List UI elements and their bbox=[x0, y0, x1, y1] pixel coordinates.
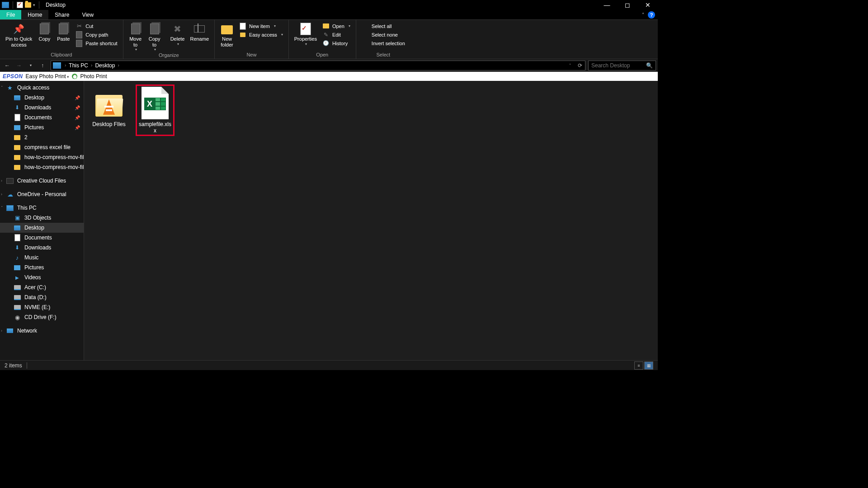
paste-shortcut-button[interactable]: Paste shortcut bbox=[73, 39, 120, 47]
qat-dropdown-icon[interactable]: ▾ bbox=[33, 3, 35, 7]
group-label: New bbox=[217, 52, 286, 58]
refresh-button[interactable]: ⟳ bbox=[575, 61, 585, 70]
sidebar-item-documents[interactable]: Documents📌 bbox=[0, 113, 84, 122]
close-button[interactable]: ✕ bbox=[637, 0, 658, 10]
onedrive-icon bbox=[6, 191, 14, 198]
breadcrumb[interactable]: › This PC › Desktop › ˅ ⟳ bbox=[51, 61, 585, 70]
collapse-ribbon-icon[interactable]: ˄ bbox=[642, 12, 644, 17]
chevron-right-icon[interactable]: › bbox=[63, 63, 68, 68]
select-none-button[interactable]: Select none bbox=[359, 30, 408, 39]
epson-easy-photo-print[interactable]: Easy Photo Print bbox=[26, 73, 70, 80]
cd-icon bbox=[14, 314, 21, 321]
sidebar-item-pc-downloads[interactable]: Downloads bbox=[0, 243, 84, 253]
desktop-icon bbox=[14, 224, 21, 231]
invert-selection-button[interactable]: Invert selection bbox=[359, 39, 408, 47]
paste-button[interactable]: Paste bbox=[54, 21, 73, 43]
file-item-folder[interactable]: Desktop FIles bbox=[90, 84, 128, 130]
forward-button[interactable]: → bbox=[14, 60, 24, 71]
view-details-button[interactable]: ≡ bbox=[634, 361, 643, 370]
sidebar-item-downloads[interactable]: Downloads📌 bbox=[0, 103, 84, 113]
cut-button[interactable]: Cut bbox=[73, 22, 120, 30]
sidebar-item-pc-documents[interactable]: Documents bbox=[0, 233, 84, 243]
tab-view[interactable]: View bbox=[75, 10, 100, 19]
sidebar-item-cd-drive[interactable]: CD Drive (F:) bbox=[0, 312, 84, 322]
help-icon[interactable]: ? bbox=[648, 11, 655, 19]
epson-photo-print[interactable]: Photo Print bbox=[80, 73, 107, 80]
sidebar-item-compress-excel[interactable]: compress excel file bbox=[0, 142, 84, 152]
sidebar-item-label: Downloads bbox=[24, 104, 51, 111]
edit-button[interactable]: Edit bbox=[320, 30, 353, 39]
history-button[interactable]: History bbox=[320, 39, 353, 47]
folder-icon bbox=[14, 144, 21, 151]
window-title: Desktop bbox=[46, 2, 66, 8]
ribbon-group-new: New folder New item Easy access New bbox=[215, 20, 289, 59]
sidebar-item-acer-c[interactable]: Acer (C:) bbox=[0, 282, 84, 292]
downloads-icon bbox=[14, 244, 21, 251]
sidebar-item-pictures[interactable]: Pictures📌 bbox=[0, 122, 84, 132]
sidebar-item-music[interactable]: Music bbox=[0, 253, 84, 263]
sidebar-item-nvme-e[interactable]: NVME (E:) bbox=[0, 302, 84, 312]
sidebar-item-mov2[interactable]: how-to-compress-mov-file bbox=[0, 162, 84, 172]
sidebar-item-3d-objects[interactable]: 3D Objects bbox=[0, 213, 84, 223]
navigation-pane[interactable]: ˅Quick access Desktop📌 Downloads📌 Docume… bbox=[0, 81, 84, 360]
qat-newfolder-icon[interactable] bbox=[25, 2, 31, 8]
tab-file[interactable]: File bbox=[0, 10, 21, 19]
search-box[interactable]: 🔍 bbox=[588, 61, 656, 70]
sidebar-item-label: Creative Cloud Files bbox=[17, 178, 66, 184]
minimize-button[interactable]: — bbox=[597, 0, 617, 10]
properties-button[interactable]: Properties bbox=[292, 21, 320, 47]
chevron-right-icon[interactable]: › bbox=[116, 63, 121, 68]
paste-icon bbox=[57, 23, 70, 35]
select-all-button[interactable]: Select all bbox=[359, 22, 408, 30]
sidebar-item-creative-cloud[interactable]: ›Creative Cloud Files bbox=[0, 176, 84, 186]
chevron-right-icon[interactable]: › bbox=[89, 63, 94, 68]
recent-dropdown[interactable]: ▾ bbox=[25, 60, 36, 71]
status-bar: 2 items ≡ ▦ bbox=[0, 360, 658, 370]
file-list[interactable]: Desktop FIles X samplefile.xlsx bbox=[84, 81, 658, 360]
delete-button[interactable]: ✖ Delete bbox=[168, 21, 188, 47]
maximize-button[interactable]: ◻ bbox=[617, 0, 637, 10]
sidebar-item-mov1[interactable]: how-to-compress-mov-file bbox=[0, 152, 84, 162]
sidebar-item-onedrive[interactable]: ›OneDrive - Personal bbox=[0, 189, 84, 199]
view-large-icons-button[interactable]: ▦ bbox=[644, 361, 653, 370]
address-bar: ← → ▾ ↑ › This PC › Desktop › ˅ ⟳ 🔍 bbox=[0, 59, 658, 72]
sidebar-item-2[interactable]: 2 bbox=[0, 132, 84, 142]
sidebar-item-pc-desktop[interactable]: Desktop bbox=[0, 223, 84, 233]
qat-properties-icon[interactable] bbox=[17, 2, 23, 8]
up-button[interactable]: ↑ bbox=[37, 60, 48, 71]
easy-access-button[interactable]: Easy access bbox=[236, 30, 286, 39]
sidebar-item-videos[interactable]: Videos bbox=[0, 272, 84, 282]
open-button[interactable]: Open bbox=[320, 22, 353, 30]
search-input[interactable] bbox=[591, 62, 646, 69]
sidebar-item-pc-pictures[interactable]: Pictures bbox=[0, 263, 84, 272]
breadcrumb-thispc[interactable]: This PC bbox=[68, 61, 89, 70]
sidebar-item-data-d[interactable]: Data (D:) bbox=[0, 292, 84, 302]
sidebar-item-network[interactable]: ›Network bbox=[0, 326, 84, 336]
pin-label: Pin to Quick access bbox=[5, 36, 32, 47]
rename-button[interactable]: Rename bbox=[187, 21, 212, 43]
sidebar-item-label: Pictures bbox=[24, 264, 44, 271]
copy-to-button[interactable]: Copy to bbox=[145, 21, 164, 52]
previous-locations-dropdown[interactable]: ˅ bbox=[565, 61, 575, 70]
tab-home[interactable]: Home bbox=[21, 10, 48, 19]
drive-icon bbox=[14, 284, 21, 291]
new-folder-button[interactable]: New folder bbox=[217, 21, 236, 48]
sidebar-item-this-pc[interactable]: ˅This PC bbox=[0, 203, 84, 213]
breadcrumb-desktop[interactable]: Desktop bbox=[94, 61, 116, 70]
back-button[interactable]: ← bbox=[2, 60, 13, 71]
sidebar-item-desktop[interactable]: Desktop📌 bbox=[0, 93, 84, 103]
paste-label: Paste bbox=[57, 36, 70, 42]
copy-button[interactable]: Copy bbox=[35, 21, 54, 43]
explorer-icon[interactable] bbox=[2, 2, 9, 8]
group-label: Open bbox=[292, 52, 353, 58]
ribbon-group-select: Select all Select none Invert selection … bbox=[356, 20, 410, 59]
new-item-button[interactable]: New item bbox=[236, 22, 286, 30]
paste-shortcut-icon bbox=[75, 40, 83, 47]
file-item-excel[interactable]: X samplefile.xlsx bbox=[136, 84, 175, 136]
sidebar-item-quick-access[interactable]: ˅Quick access bbox=[0, 83, 84, 93]
sidebar-item-label: 2 bbox=[24, 134, 28, 141]
copy-path-button[interactable]: Copy path bbox=[73, 30, 120, 39]
tab-share[interactable]: Share bbox=[48, 10, 75, 19]
pin-to-quick-access-button[interactable]: 📌 Pin to Quick access bbox=[3, 21, 35, 48]
move-to-button[interactable]: Move to bbox=[126, 21, 145, 52]
